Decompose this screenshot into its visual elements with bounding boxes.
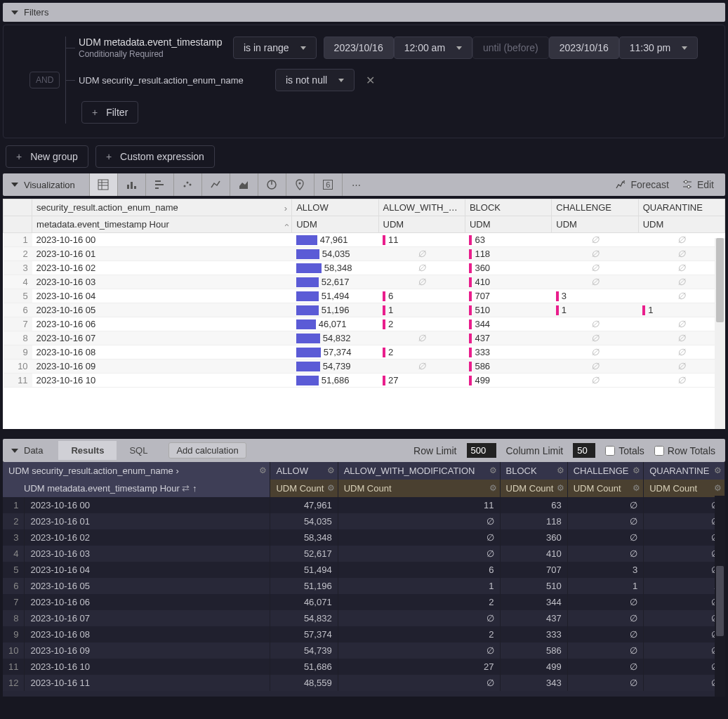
edit-button[interactable]: Edit <box>682 179 714 190</box>
scroll-thumb[interactable] <box>716 238 724 322</box>
quarantine-cell: 1 <box>644 578 725 594</box>
block-cell: 118 <box>465 247 551 261</box>
table-row[interactable]: 22023-10-16 0154,035∅118∅∅ <box>3 513 725 529</box>
add-filter-button[interactable]: + Filter <box>81 101 138 124</box>
awm-cell: ∅ <box>338 529 500 546</box>
data-col-awm[interactable]: ALLOW_WITH_MODIFICATION⚙ <box>338 462 500 480</box>
col-allow[interactable]: ALLOW <box>292 199 378 216</box>
table-row[interactable]: 102023-10-16 0954,739∅586∅∅ <box>4 360 725 374</box>
table-row[interactable]: 72023-10-16 0646,0712344∅∅ <box>3 594 725 610</box>
col-allow-with-mod[interactable]: ALLOW_WITH_… <box>378 199 465 216</box>
data-dim-header[interactable]: UDM security_result.action_enum_name › ⚙ <box>3 462 270 480</box>
svg-point-12 <box>190 184 192 186</box>
gear-icon[interactable]: ⚙ <box>714 466 722 475</box>
data-col-challenge[interactable]: CHALLENGE⚙ <box>567 462 643 480</box>
new-group-button[interactable]: + New group <box>6 145 88 168</box>
table-row[interactable]: 12023-10-16 0047,9611163∅∅ <box>4 233 725 247</box>
vis-type-more[interactable]: ⋯ <box>342 173 370 196</box>
gear-icon[interactable]: ⚙ <box>489 466 497 475</box>
operator-select[interactable]: is in range <box>233 37 317 59</box>
data-toggle[interactable]: Data <box>3 442 51 459</box>
table-row[interactable]: 112023-10-16 1051,68627499∅∅ <box>3 659 725 675</box>
scrollbar[interactable] <box>715 496 725 697</box>
filter-field-label-2: UDM security_result.action_enum_name <box>79 75 268 86</box>
gear-icon[interactable]: ⚙ <box>633 466 640 475</box>
timestamp-cell: 2023-10-16 01 <box>25 513 270 529</box>
col-block[interactable]: BLOCK <box>465 199 551 216</box>
vis-type-scatter[interactable] <box>173 173 201 196</box>
table-row[interactable]: 42023-10-16 0352,617∅410∅∅ <box>3 546 725 562</box>
col-quarantine[interactable]: QUARANTINE <box>638 199 724 216</box>
vis-type-single[interactable]: 6 <box>314 173 342 196</box>
challenge-cell: ∅ <box>567 546 643 562</box>
row-totals-checkbox[interactable] <box>654 446 664 456</box>
bar-chart-icon <box>126 179 137 190</box>
date-end-input[interactable]: 2023/10/16 <box>549 37 619 59</box>
table-row[interactable]: 122023-10-16 1148,559∅343∅∅ <box>3 675 725 691</box>
data-ts-header[interactable]: UDM metadata.event_timestamp Hour ⇄ ↑ <box>3 480 270 497</box>
table-row[interactable]: 12023-10-16 0047,9611163∅∅ <box>3 497 725 513</box>
time-end-select[interactable]: 11:30 pm <box>619 37 698 59</box>
table-row[interactable]: 32023-10-16 0258,348∅360∅∅ <box>4 261 725 275</box>
table-row[interactable]: 62023-10-16 0551,196151011 <box>4 303 725 317</box>
table-row[interactable]: 42023-10-16 0352,617∅410∅∅ <box>4 275 725 289</box>
totals-checkbox-wrap[interactable]: Totals <box>605 445 644 456</box>
vis-type-area[interactable] <box>230 173 258 196</box>
data-col-quarantine[interactable]: QUARANTINE⚙ <box>644 462 725 480</box>
gear-icon[interactable]: ⚙ <box>489 483 497 493</box>
operator-select-2[interactable]: is not null <box>275 69 355 91</box>
vis-type-map[interactable] <box>286 173 314 196</box>
vis-type-line[interactable] <box>201 173 230 196</box>
custom-expression-button[interactable]: + Custom expression <box>95 145 215 168</box>
table-row[interactable]: 82023-10-16 0754,832∅437∅∅ <box>3 610 725 626</box>
vis-type-pie[interactable] <box>258 173 286 196</box>
col-limit-input[interactable] <box>573 443 595 458</box>
totals-checkbox[interactable] <box>605 446 615 456</box>
dimension-header[interactable]: security_result.action_enum_name › <box>32 199 292 216</box>
remove-filter-icon[interactable]: ✕ <box>362 70 379 91</box>
row-limit-input[interactable] <box>467 443 496 458</box>
table-row[interactable]: 22023-10-16 0154,035∅118∅∅ <box>4 247 725 261</box>
filters-panel-header[interactable]: Filters <box>3 3 725 22</box>
gear-icon[interactable]: ⚙ <box>714 483 722 493</box>
table-row[interactable]: 82023-10-16 0754,832∅437∅∅ <box>4 331 725 345</box>
vis-type-bar[interactable] <box>117 173 145 196</box>
table-row[interactable]: 52023-10-16 0451,49467073∅ <box>4 289 725 303</box>
table-row[interactable]: 72023-10-16 0646,0712344∅∅ <box>4 317 725 331</box>
gear-icon[interactable]: ⚙ <box>557 483 564 493</box>
scroll-thumb[interactable] <box>716 566 724 636</box>
date-start-input[interactable]: 2023/10/16 <box>324 37 394 59</box>
allow-cell: 51,494 <box>292 289 378 303</box>
vis-type-table[interactable] <box>89 173 117 196</box>
gear-icon[interactable]: ⚙ <box>557 466 564 475</box>
tab-sql[interactable]: SQL <box>117 441 160 460</box>
table-row[interactable]: 52023-10-16 0451,49467073∅ <box>3 562 725 578</box>
table-row[interactable]: 32023-10-16 0258,348∅360∅∅ <box>3 529 725 546</box>
gear-icon[interactable]: ⚙ <box>327 466 335 475</box>
scatter-icon <box>182 179 193 190</box>
gear-icon[interactable]: ⚙ <box>259 466 267 475</box>
visualization-toggle[interactable]: Visualization <box>3 176 84 194</box>
vis-type-column[interactable] <box>145 173 173 196</box>
col-challenge[interactable]: CHALLENGE <box>552 199 638 216</box>
time-start-select[interactable]: 12:00 am <box>394 37 472 59</box>
quarantine-cell: ∅ <box>638 233 724 247</box>
table-row[interactable]: 112023-10-16 1051,68627499∅∅ <box>4 374 725 388</box>
data-col-allow[interactable]: ALLOW⚙ <box>270 462 338 480</box>
gear-icon[interactable]: ⚙ <box>327 483 335 493</box>
table-row[interactable]: 92023-10-16 0857,3742333∅∅ <box>3 626 725 642</box>
table-row[interactable]: 102023-10-16 0954,739∅586∅∅ <box>3 642 725 659</box>
row-index: 12 <box>3 675 25 691</box>
add-calculation-button[interactable]: Add calculation <box>168 442 246 459</box>
row-totals-checkbox-wrap[interactable]: Row Totals <box>654 445 715 456</box>
data-col-block[interactable]: BLOCK⚙ <box>500 462 567 480</box>
scrollbar[interactable] <box>715 238 725 429</box>
timestamp-header[interactable]: metadata.event_timestamp Hour › <box>32 216 292 233</box>
quarantine-cell: ∅ <box>644 642 725 659</box>
table-row[interactable]: 62023-10-16 0551,196151011 <box>3 578 725 594</box>
table-row[interactable]: 92023-10-16 0857,3742333∅∅ <box>4 345 725 360</box>
forecast-button[interactable]: Forecast <box>615 179 668 190</box>
quarantine-cell: ∅ <box>638 247 724 261</box>
tab-results[interactable]: Results <box>58 441 117 460</box>
gear-icon[interactable]: ⚙ <box>633 483 640 493</box>
